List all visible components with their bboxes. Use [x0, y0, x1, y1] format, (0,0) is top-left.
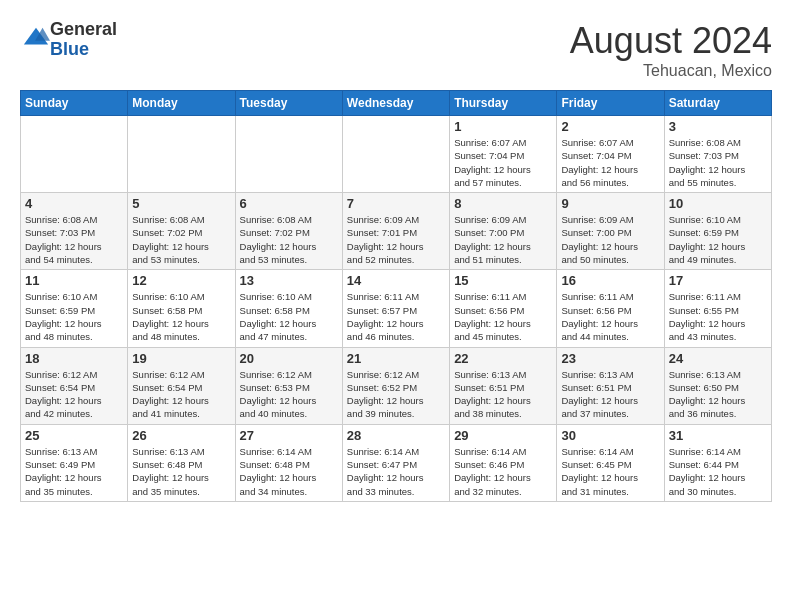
- day-info: Sunrise: 6:13 AM Sunset: 6:48 PM Dayligh…: [132, 445, 230, 498]
- calendar-cell: 31Sunrise: 6:14 AM Sunset: 6:44 PM Dayli…: [664, 424, 771, 501]
- calendar-cell: 27Sunrise: 6:14 AM Sunset: 6:48 PM Dayli…: [235, 424, 342, 501]
- day-number: 5: [132, 196, 230, 211]
- day-number: 18: [25, 351, 123, 366]
- day-number: 24: [669, 351, 767, 366]
- calendar-cell: 13Sunrise: 6:10 AM Sunset: 6:58 PM Dayli…: [235, 270, 342, 347]
- day-number: 26: [132, 428, 230, 443]
- day-info: Sunrise: 6:09 AM Sunset: 7:00 PM Dayligh…: [454, 213, 552, 266]
- calendar-cell: 17Sunrise: 6:11 AM Sunset: 6:55 PM Dayli…: [664, 270, 771, 347]
- calendar-cell: 26Sunrise: 6:13 AM Sunset: 6:48 PM Dayli…: [128, 424, 235, 501]
- day-number: 9: [561, 196, 659, 211]
- day-number: 13: [240, 273, 338, 288]
- calendar-cell: 15Sunrise: 6:11 AM Sunset: 6:56 PM Dayli…: [450, 270, 557, 347]
- day-number: 4: [25, 196, 123, 211]
- day-info: Sunrise: 6:09 AM Sunset: 7:00 PM Dayligh…: [561, 213, 659, 266]
- day-info: Sunrise: 6:10 AM Sunset: 6:58 PM Dayligh…: [132, 290, 230, 343]
- day-number: 1: [454, 119, 552, 134]
- day-info: Sunrise: 6:11 AM Sunset: 6:56 PM Dayligh…: [454, 290, 552, 343]
- day-number: 20: [240, 351, 338, 366]
- calendar-cell: [128, 116, 235, 193]
- calendar-cell: 28Sunrise: 6:14 AM Sunset: 6:47 PM Dayli…: [342, 424, 449, 501]
- day-info: Sunrise: 6:13 AM Sunset: 6:51 PM Dayligh…: [454, 368, 552, 421]
- weekday-header-thursday: Thursday: [450, 91, 557, 116]
- calendar-cell: 24Sunrise: 6:13 AM Sunset: 6:50 PM Dayli…: [664, 347, 771, 424]
- calendar-cell: 1Sunrise: 6:07 AM Sunset: 7:04 PM Daylig…: [450, 116, 557, 193]
- calendar-cell: 19Sunrise: 6:12 AM Sunset: 6:54 PM Dayli…: [128, 347, 235, 424]
- day-info: Sunrise: 6:10 AM Sunset: 6:59 PM Dayligh…: [25, 290, 123, 343]
- day-info: Sunrise: 6:08 AM Sunset: 7:02 PM Dayligh…: [240, 213, 338, 266]
- calendar-cell: 25Sunrise: 6:13 AM Sunset: 6:49 PM Dayli…: [21, 424, 128, 501]
- day-number: 22: [454, 351, 552, 366]
- weekday-header-row: SundayMondayTuesdayWednesdayThursdayFrid…: [21, 91, 772, 116]
- calendar-week-row: 18Sunrise: 6:12 AM Sunset: 6:54 PM Dayli…: [21, 347, 772, 424]
- day-info: Sunrise: 6:14 AM Sunset: 6:47 PM Dayligh…: [347, 445, 445, 498]
- weekday-header-saturday: Saturday: [664, 91, 771, 116]
- day-number: 31: [669, 428, 767, 443]
- day-info: Sunrise: 6:07 AM Sunset: 7:04 PM Dayligh…: [454, 136, 552, 189]
- weekday-header-tuesday: Tuesday: [235, 91, 342, 116]
- day-number: 27: [240, 428, 338, 443]
- calendar-week-row: 11Sunrise: 6:10 AM Sunset: 6:59 PM Dayli…: [21, 270, 772, 347]
- weekday-header-wednesday: Wednesday: [342, 91, 449, 116]
- day-info: Sunrise: 6:11 AM Sunset: 6:56 PM Dayligh…: [561, 290, 659, 343]
- calendar-week-row: 4Sunrise: 6:08 AM Sunset: 7:03 PM Daylig…: [21, 193, 772, 270]
- day-number: 29: [454, 428, 552, 443]
- day-info: Sunrise: 6:12 AM Sunset: 6:54 PM Dayligh…: [132, 368, 230, 421]
- day-number: 19: [132, 351, 230, 366]
- day-info: Sunrise: 6:08 AM Sunset: 7:03 PM Dayligh…: [669, 136, 767, 189]
- day-number: 11: [25, 273, 123, 288]
- calendar-cell: 22Sunrise: 6:13 AM Sunset: 6:51 PM Dayli…: [450, 347, 557, 424]
- calendar-cell: 7Sunrise: 6:09 AM Sunset: 7:01 PM Daylig…: [342, 193, 449, 270]
- day-info: Sunrise: 6:09 AM Sunset: 7:01 PM Dayligh…: [347, 213, 445, 266]
- weekday-header-friday: Friday: [557, 91, 664, 116]
- day-number: 21: [347, 351, 445, 366]
- calendar-location: Tehuacan, Mexico: [570, 62, 772, 80]
- calendar-cell: 11Sunrise: 6:10 AM Sunset: 6:59 PM Dayli…: [21, 270, 128, 347]
- day-info: Sunrise: 6:08 AM Sunset: 7:03 PM Dayligh…: [25, 213, 123, 266]
- calendar-cell: 21Sunrise: 6:12 AM Sunset: 6:52 PM Dayli…: [342, 347, 449, 424]
- calendar-title: August 2024: [570, 20, 772, 62]
- calendar-cell: [235, 116, 342, 193]
- day-number: 25: [25, 428, 123, 443]
- calendar-cell: 8Sunrise: 6:09 AM Sunset: 7:00 PM Daylig…: [450, 193, 557, 270]
- calendar-cell: 5Sunrise: 6:08 AM Sunset: 7:02 PM Daylig…: [128, 193, 235, 270]
- title-block: August 2024 Tehuacan, Mexico: [570, 20, 772, 80]
- day-info: Sunrise: 6:12 AM Sunset: 6:54 PM Dayligh…: [25, 368, 123, 421]
- day-info: Sunrise: 6:12 AM Sunset: 6:52 PM Dayligh…: [347, 368, 445, 421]
- day-number: 10: [669, 196, 767, 211]
- day-info: Sunrise: 6:11 AM Sunset: 6:55 PM Dayligh…: [669, 290, 767, 343]
- day-number: 2: [561, 119, 659, 134]
- day-number: 16: [561, 273, 659, 288]
- calendar-week-row: 1Sunrise: 6:07 AM Sunset: 7:04 PM Daylig…: [21, 116, 772, 193]
- day-info: Sunrise: 6:14 AM Sunset: 6:45 PM Dayligh…: [561, 445, 659, 498]
- calendar-cell: 14Sunrise: 6:11 AM Sunset: 6:57 PM Dayli…: [342, 270, 449, 347]
- day-info: Sunrise: 6:10 AM Sunset: 6:58 PM Dayligh…: [240, 290, 338, 343]
- day-number: 30: [561, 428, 659, 443]
- day-info: Sunrise: 6:14 AM Sunset: 6:46 PM Dayligh…: [454, 445, 552, 498]
- calendar-cell: 29Sunrise: 6:14 AM Sunset: 6:46 PM Dayli…: [450, 424, 557, 501]
- day-info: Sunrise: 6:13 AM Sunset: 6:51 PM Dayligh…: [561, 368, 659, 421]
- calendar-table: SundayMondayTuesdayWednesdayThursdayFrid…: [20, 90, 772, 502]
- logo-general-text: General: [50, 19, 117, 39]
- day-info: Sunrise: 6:13 AM Sunset: 6:50 PM Dayligh…: [669, 368, 767, 421]
- day-number: 23: [561, 351, 659, 366]
- day-number: 12: [132, 273, 230, 288]
- day-number: 17: [669, 273, 767, 288]
- calendar-cell: 10Sunrise: 6:10 AM Sunset: 6:59 PM Dayli…: [664, 193, 771, 270]
- logo-icon: [22, 24, 50, 52]
- day-number: 6: [240, 196, 338, 211]
- calendar-cell: 16Sunrise: 6:11 AM Sunset: 6:56 PM Dayli…: [557, 270, 664, 347]
- day-info: Sunrise: 6:08 AM Sunset: 7:02 PM Dayligh…: [132, 213, 230, 266]
- page: General Blue August 2024 Tehuacan, Mexic…: [0, 0, 792, 512]
- day-info: Sunrise: 6:12 AM Sunset: 6:53 PM Dayligh…: [240, 368, 338, 421]
- calendar-cell: [21, 116, 128, 193]
- day-info: Sunrise: 6:14 AM Sunset: 6:44 PM Dayligh…: [669, 445, 767, 498]
- calendar-cell: 6Sunrise: 6:08 AM Sunset: 7:02 PM Daylig…: [235, 193, 342, 270]
- calendar-cell: 4Sunrise: 6:08 AM Sunset: 7:03 PM Daylig…: [21, 193, 128, 270]
- calendar-cell: 18Sunrise: 6:12 AM Sunset: 6:54 PM Dayli…: [21, 347, 128, 424]
- calendar-week-row: 25Sunrise: 6:13 AM Sunset: 6:49 PM Dayli…: [21, 424, 772, 501]
- calendar-cell: 12Sunrise: 6:10 AM Sunset: 6:58 PM Dayli…: [128, 270, 235, 347]
- day-number: 7: [347, 196, 445, 211]
- weekday-header-sunday: Sunday: [21, 91, 128, 116]
- calendar-cell: [342, 116, 449, 193]
